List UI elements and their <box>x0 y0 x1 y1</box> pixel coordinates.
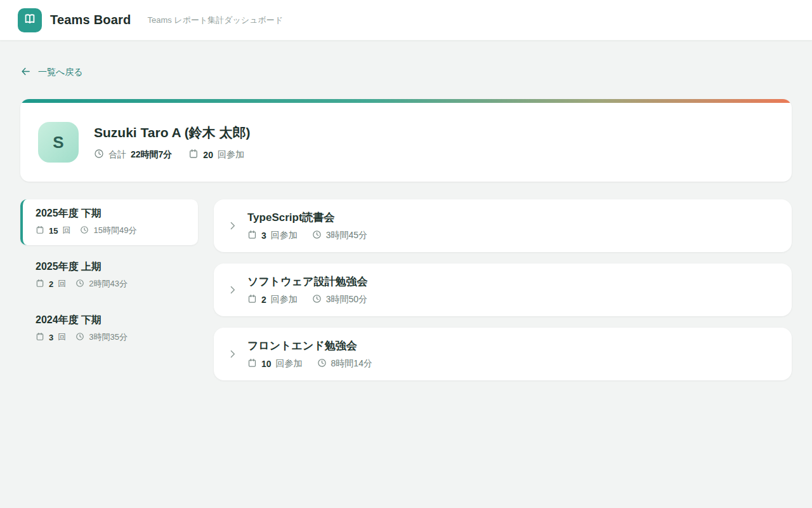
period-title: 2025年度 下期 <box>36 207 185 220</box>
clock-icon <box>312 230 322 241</box>
session-info: ソフトウェア設計勉強会 2 回参加 <box>247 274 367 305</box>
participation-count: 20 <box>203 150 213 160</box>
calendar-icon <box>36 225 44 236</box>
period-list: 2025年度 下期 15 回 <box>20 199 198 359</box>
period-time-stat: 15時間49分 <box>80 225 136 236</box>
session-count-stat: 10 回参加 <box>247 358 303 370</box>
period-item-2024-late[interactable]: 2024年度 下期 3 回 <box>20 306 198 352</box>
participation-stat: 20 回参加 <box>188 149 244 161</box>
session-card-frontend[interactable]: フロントエンド勉強会 10 回参加 <box>214 328 792 380</box>
arrow-left-icon <box>20 66 31 79</box>
session-time: 3時間45分 <box>326 230 367 241</box>
calendar-icon <box>247 358 257 370</box>
period-item-2025-early[interactable]: 2025年度 上期 2 回 <box>20 253 198 298</box>
clock-icon <box>94 149 104 161</box>
session-stats: 3 回参加 3時間45分 <box>247 230 367 241</box>
calendar-icon <box>247 294 257 305</box>
session-count: 3 <box>261 231 266 241</box>
session-card-software-design[interactable]: ソフトウェア設計勉強会 2 回参加 <box>214 264 792 316</box>
session-title: ソフトウェア設計勉強会 <box>247 274 367 289</box>
total-label: 合計 <box>108 149 126 161</box>
calendar-icon <box>36 332 44 343</box>
avatar-letter: S <box>53 133 63 152</box>
period-time: 3時間35分 <box>89 331 128 343</box>
period-count-label: 回 <box>58 278 66 290</box>
calendar-icon <box>188 149 199 161</box>
member-info: Suzuki Taro A (鈴木 太郎) 合計 22時間7分 <box>94 124 251 161</box>
session-info: TypeScript読書会 3 回参加 <box>247 210 367 241</box>
app-subtitle: Teams レポート集計ダッシュボード <box>147 15 283 26</box>
chevron-right-icon <box>226 349 238 360</box>
clock-icon <box>75 332 84 343</box>
clock-icon <box>80 225 89 236</box>
member-stats: 合計 22時間7分 20 回参加 <box>94 149 251 161</box>
session-count-label: 回参加 <box>271 230 298 241</box>
total-time-stat: 合計 22時間7分 <box>94 149 172 161</box>
period-count-label: 回 <box>62 225 70 236</box>
clock-icon <box>312 294 322 305</box>
book-icon <box>23 12 37 29</box>
session-count-stat: 2 回参加 <box>247 294 298 305</box>
session-count-label: 回参加 <box>271 294 298 305</box>
period-stats: 3 回 3時間35分 <box>36 331 185 343</box>
session-count-label: 回参加 <box>276 358 303 370</box>
period-title: 2025年度 上期 <box>36 260 185 274</box>
period-time-stat: 3時間35分 <box>75 331 128 343</box>
chevron-right-icon <box>226 284 238 296</box>
period-title: 2024年度 下期 <box>36 314 185 327</box>
member-summary-body: S Suzuki Taro A (鈴木 太郎) 合計 22時間7分 <box>20 103 792 182</box>
session-time-stat: 8時間14分 <box>317 358 372 370</box>
period-stats: 2 回 2時間43分 <box>36 278 185 290</box>
participation-label: 回参加 <box>218 149 244 161</box>
session-time: 3時間50分 <box>326 294 367 305</box>
session-title: フロントエンド勉強会 <box>247 338 372 353</box>
period-count: 2 <box>49 279 53 289</box>
session-time-stat: 3時間50分 <box>312 294 367 305</box>
period-count-stat: 2 回 <box>36 278 66 290</box>
detail-columns: 2025年度 下期 15 回 <box>20 199 792 392</box>
period-time: 15時間49分 <box>93 225 136 236</box>
session-count: 10 <box>261 359 272 369</box>
session-info: フロントエンド勉強会 10 回参加 <box>247 338 372 370</box>
session-count: 2 <box>261 295 266 305</box>
app-title: Teams Board <box>50 13 131 27</box>
session-list: TypeScript読書会 3 回参加 <box>214 199 792 392</box>
app-header: Teams Board Teams レポート集計ダッシュボード <box>0 0 812 41</box>
session-count-stat: 3 回参加 <box>247 230 298 241</box>
session-card-typescript[interactable]: TypeScript読書会 3 回参加 <box>214 199 792 252</box>
member-summary-card: S Suzuki Taro A (鈴木 太郎) 合計 22時間7分 <box>20 99 792 182</box>
period-stats: 15 回 15時間49分 <box>36 225 185 236</box>
app-logo <box>18 8 42 32</box>
back-to-list-link[interactable]: 一覧へ戻る <box>20 66 83 79</box>
period-count-stat: 3 回 <box>36 331 66 343</box>
period-count: 15 <box>49 226 58 236</box>
session-stats: 2 回参加 3時間50分 <box>247 294 367 305</box>
period-count-label: 回 <box>58 331 66 343</box>
session-title: TypeScript読書会 <box>247 210 367 225</box>
period-count-stat: 15 回 <box>36 225 70 236</box>
calendar-icon <box>247 230 257 241</box>
period-count: 3 <box>49 333 53 342</box>
back-link-label: 一覧へ戻る <box>38 67 83 78</box>
member-name: Suzuki Taro A (鈴木 太郎) <box>94 124 251 142</box>
clock-icon <box>317 358 327 370</box>
session-stats: 10 回参加 8時間14分 <box>247 358 372 370</box>
period-item-2025-late[interactable]: 2025年度 下期 15 回 <box>20 199 198 245</box>
avatar: S <box>38 122 79 163</box>
total-time-value: 22時間7分 <box>131 149 172 161</box>
session-time: 8時間14分 <box>331 358 372 370</box>
clock-icon <box>75 279 84 290</box>
period-time-stat: 2時間43分 <box>75 278 128 290</box>
period-time: 2時間43分 <box>89 278 128 290</box>
calendar-icon <box>36 279 44 290</box>
chevron-right-icon <box>226 220 238 232</box>
session-time-stat: 3時間45分 <box>312 230 367 241</box>
main-content: 一覧へ戻る S Suzuki Taro A (鈴木 太郎) 合計 <box>0 41 812 392</box>
